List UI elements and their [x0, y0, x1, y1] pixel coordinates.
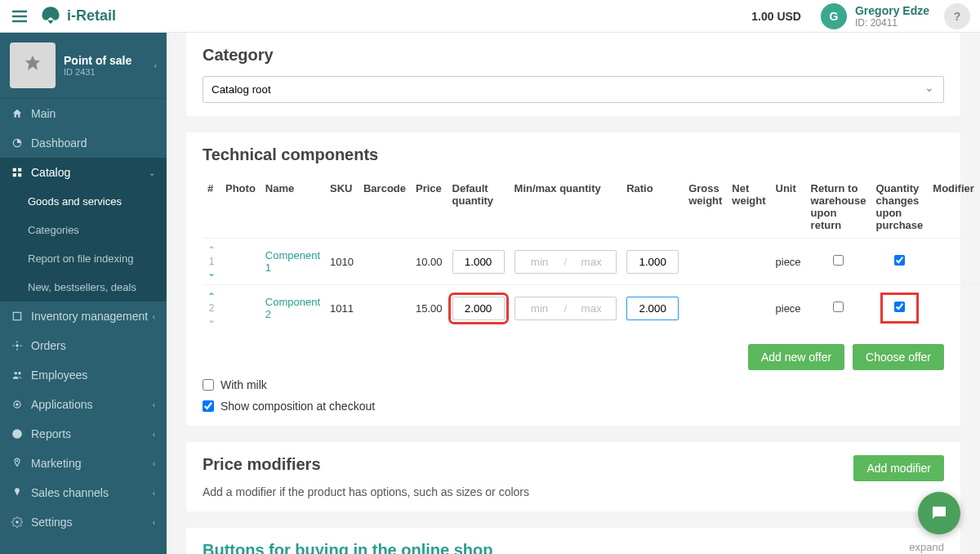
svg-point-7: [15, 372, 18, 375]
sidebar-item-label: Inventory management: [31, 310, 148, 323]
move-up-icon[interactable]: ⌃: [207, 245, 216, 255]
min-input[interactable]: [519, 251, 561, 273]
col-barcode: Barcode: [359, 176, 411, 239]
pos-selector[interactable]: Point of sale ID 2431 ‹: [0, 33, 167, 99]
unit-cell: piece: [771, 239, 806, 285]
sidebar-item-applications[interactable]: Applications ‹: [0, 390, 167, 419]
category-title: Category: [203, 46, 944, 65]
col-default-qty: Default quantity: [448, 176, 510, 239]
pos-image: [10, 42, 56, 88]
user-name: Gregory Edze: [855, 4, 929, 17]
hamburger-icon[interactable]: [10, 7, 29, 26]
sidebar-item-main[interactable]: Main: [0, 99, 167, 128]
ratio-input[interactable]: [626, 297, 679, 320]
sidebar-item-catalog[interactable]: Catalog ⌄: [0, 158, 167, 187]
sidebar-item-label: Dashboard: [31, 136, 87, 150]
add-new-offer-button[interactable]: Add new offer: [748, 344, 844, 370]
col-idx: #: [203, 176, 220, 239]
sidebar-item-label: Settings: [31, 516, 73, 529]
move-up-icon[interactable]: ⌃: [207, 292, 216, 302]
col-name: Name: [261, 176, 325, 239]
chevron-left-icon: ‹: [153, 430, 155, 439]
show-composition-checkbox[interactable]: [203, 400, 214, 412]
return-checkbox[interactable]: [833, 255, 844, 266]
with-milk-label: With milk: [220, 378, 267, 391]
col-return: Return to warehouse upon return: [806, 176, 871, 239]
unit-cell: piece: [771, 285, 806, 332]
user-id: ID: 20411: [855, 17, 929, 29]
user-block[interactable]: Gregory Edze ID: 20411: [855, 4, 929, 29]
qty-change-checkbox[interactable]: [894, 302, 905, 312]
col-modifier: Modifier: [928, 176, 979, 239]
sidebar: Point of sale ID 2431 ‹ Main Dashboard C…: [0, 33, 167, 554]
max-input[interactable]: [570, 251, 612, 273]
sidebar-item-employees[interactable]: Employees: [0, 360, 167, 390]
modifiers-hint: Add a modifier if the product has option…: [203, 485, 944, 498]
price-cell: 15.00: [411, 285, 448, 332]
sidebar-item-settings[interactable]: Settings ‹: [0, 507, 167, 537]
sidebar-sub-categories[interactable]: Categories: [0, 216, 167, 244]
svg-point-10: [16, 460, 18, 462]
chevron-down-icon: ⌄: [149, 168, 155, 177]
currency-display: 1.00 USD: [751, 10, 801, 23]
default-qty-input[interactable]: [452, 297, 505, 320]
svg-rect-1: [13, 168, 16, 172]
chevron-left-icon: ‹: [153, 489, 155, 498]
table-row: ⌃ 2 ⌄ Component 2 1011 15.00: [203, 285, 980, 332]
category-panel: Category Catalog root: [186, 33, 960, 116]
sidebar-item-marketing[interactable]: Marketing ‹: [0, 449, 167, 478]
avatar[interactable]: G: [821, 3, 847, 29]
buttons-section-panel: Buttons for buying in the online shop ex…: [186, 528, 960, 554]
sidebar-item-dashboard[interactable]: Dashboard: [0, 128, 167, 158]
sidebar-item-inventory[interactable]: Inventory management ‹: [0, 302, 167, 331]
default-qty-input[interactable]: [452, 250, 505, 274]
col-net: Net weight: [727, 176, 770, 239]
ratio-input[interactable]: [626, 250, 679, 274]
svg-rect-5: [13, 312, 20, 319]
component-name-link[interactable]: Compenent 1: [261, 239, 325, 285]
sidebar-item-reports[interactable]: Reports ‹: [0, 419, 167, 449]
choose-offer-button[interactable]: Choose offer: [853, 344, 944, 370]
col-price: Price: [411, 176, 448, 239]
svg-rect-2: [18, 168, 21, 172]
category-select[interactable]: Catalog root: [203, 76, 944, 103]
minmax-input[interactable]: /: [514, 297, 617, 320]
components-title: Technical components: [203, 145, 944, 164]
chevron-left-icon: ‹: [153, 459, 155, 468]
qty-change-checkbox[interactable]: [894, 255, 905, 266]
move-down-icon[interactable]: ⌄: [207, 315, 216, 324]
brand-text: i-Retail: [67, 7, 116, 25]
components-table: # Photo Name SKU Barcode Price Default q…: [203, 176, 980, 331]
col-photo: Photo: [220, 176, 261, 239]
sidebar-item-sales-channels[interactable]: Sales channels ‹: [0, 478, 167, 507]
max-input[interactable]: [570, 297, 612, 319]
brand-logo[interactable]: i-Retail: [39, 5, 116, 28]
modifiers-title: Price modifiers: [203, 455, 944, 474]
sidebar-item-label: Employees: [31, 369, 87, 382]
pos-id: ID 2431: [64, 67, 131, 77]
return-checkbox[interactable]: [833, 302, 844, 312]
sidebar-item-label: Orders: [31, 339, 66, 352]
buttons-section-title[interactable]: Buttons for buying in the online shop ex…: [203, 541, 944, 554]
expand-link[interactable]: expand: [909, 541, 944, 553]
sidebar-item-orders[interactable]: Orders: [0, 331, 167, 360]
row-index: 2: [209, 303, 215, 313]
min-input[interactable]: [519, 297, 561, 319]
help-button[interactable]: ?: [944, 3, 970, 29]
add-modifier-button[interactable]: Add modifier: [853, 455, 944, 481]
sidebar-item-label: Main: [31, 107, 56, 120]
minmax-input[interactable]: /: [514, 250, 617, 274]
price-cell: 10.00: [411, 239, 448, 285]
sidebar-sub-new[interactable]: New, bestsellers, deals: [0, 273, 167, 302]
chat-fab[interactable]: [918, 492, 960, 534]
sidebar-sub-goods[interactable]: Goods and services: [0, 187, 167, 216]
with-milk-checkbox[interactable]: [203, 379, 214, 391]
component-name-link[interactable]: Component 2: [261, 285, 325, 332]
col-sku: SKU: [325, 176, 359, 239]
sidebar-sub-report[interactable]: Report on file indexing: [0, 244, 167, 273]
components-panel: Technical components # Photo Name SKU Ba…: [186, 132, 960, 426]
move-down-icon[interactable]: ⌄: [207, 268, 216, 278]
sidebar-item-label: Applications: [31, 398, 93, 411]
chevron-left-icon: ‹: [153, 312, 155, 321]
sidebar-item-label: Catalog: [31, 166, 70, 179]
